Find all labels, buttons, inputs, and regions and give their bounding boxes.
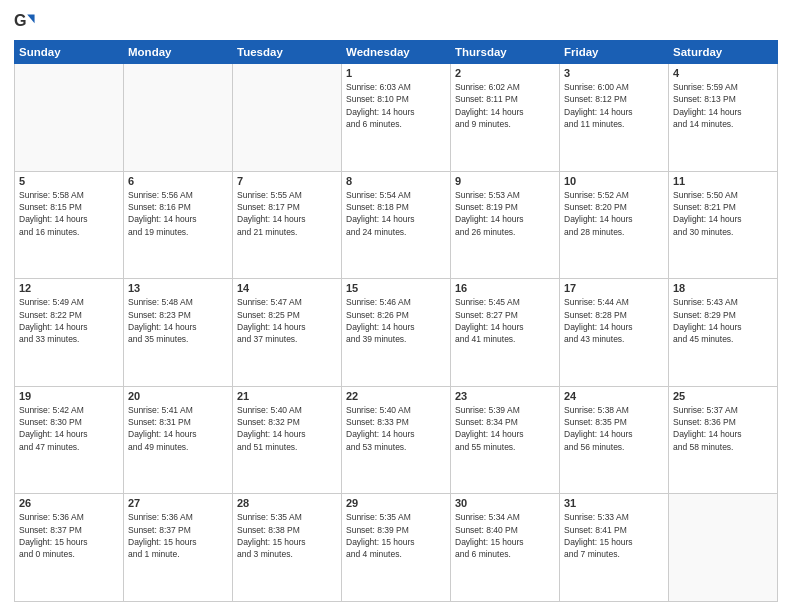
day-number: 25	[673, 390, 773, 402]
calendar-day-cell	[233, 64, 342, 172]
day-info: Sunrise: 5:49 AM Sunset: 8:22 PM Dayligh…	[19, 296, 119, 345]
calendar-day-cell: 12Sunrise: 5:49 AM Sunset: 8:22 PM Dayli…	[15, 279, 124, 387]
day-info: Sunrise: 5:36 AM Sunset: 8:37 PM Dayligh…	[19, 511, 119, 560]
calendar-week-row: 19Sunrise: 5:42 AM Sunset: 8:30 PM Dayli…	[15, 386, 778, 494]
calendar-week-row: 5Sunrise: 5:58 AM Sunset: 8:15 PM Daylig…	[15, 171, 778, 279]
logo-area: G	[14, 10, 40, 32]
day-number: 13	[128, 282, 228, 294]
day-number: 15	[346, 282, 446, 294]
calendar-day-cell: 16Sunrise: 5:45 AM Sunset: 8:27 PM Dayli…	[451, 279, 560, 387]
day-info: Sunrise: 5:50 AM Sunset: 8:21 PM Dayligh…	[673, 189, 773, 238]
day-info: Sunrise: 5:38 AM Sunset: 8:35 PM Dayligh…	[564, 404, 664, 453]
calendar-table: SundayMondayTuesdayWednesdayThursdayFrid…	[14, 40, 778, 602]
day-info: Sunrise: 5:52 AM Sunset: 8:20 PM Dayligh…	[564, 189, 664, 238]
calendar-day-cell	[15, 64, 124, 172]
calendar-day-cell: 17Sunrise: 5:44 AM Sunset: 8:28 PM Dayli…	[560, 279, 669, 387]
day-info: Sunrise: 5:53 AM Sunset: 8:19 PM Dayligh…	[455, 189, 555, 238]
calendar-day-cell: 13Sunrise: 5:48 AM Sunset: 8:23 PM Dayli…	[124, 279, 233, 387]
svg-marker-1	[27, 14, 34, 23]
day-info: Sunrise: 5:39 AM Sunset: 8:34 PM Dayligh…	[455, 404, 555, 453]
day-number: 28	[237, 497, 337, 509]
day-number: 31	[564, 497, 664, 509]
day-info: Sunrise: 5:41 AM Sunset: 8:31 PM Dayligh…	[128, 404, 228, 453]
calendar-day-cell: 14Sunrise: 5:47 AM Sunset: 8:25 PM Dayli…	[233, 279, 342, 387]
calendar-day-cell: 23Sunrise: 5:39 AM Sunset: 8:34 PM Dayli…	[451, 386, 560, 494]
calendar-day-cell: 7Sunrise: 5:55 AM Sunset: 8:17 PM Daylig…	[233, 171, 342, 279]
calendar-day-cell: 1Sunrise: 6:03 AM Sunset: 8:10 PM Daylig…	[342, 64, 451, 172]
calendar-day-cell: 25Sunrise: 5:37 AM Sunset: 8:36 PM Dayli…	[669, 386, 778, 494]
day-info: Sunrise: 5:48 AM Sunset: 8:23 PM Dayligh…	[128, 296, 228, 345]
day-number: 30	[455, 497, 555, 509]
calendar-day-cell: 4Sunrise: 5:59 AM Sunset: 8:13 PM Daylig…	[669, 64, 778, 172]
calendar-day-header: Tuesday	[233, 41, 342, 64]
day-info: Sunrise: 5:34 AM Sunset: 8:40 PM Dayligh…	[455, 511, 555, 560]
day-number: 23	[455, 390, 555, 402]
calendar-day-cell: 19Sunrise: 5:42 AM Sunset: 8:30 PM Dayli…	[15, 386, 124, 494]
calendar-day-cell: 22Sunrise: 5:40 AM Sunset: 8:33 PM Dayli…	[342, 386, 451, 494]
calendar-day-header: Wednesday	[342, 41, 451, 64]
calendar-day-header: Thursday	[451, 41, 560, 64]
day-info: Sunrise: 5:54 AM Sunset: 8:18 PM Dayligh…	[346, 189, 446, 238]
day-number: 12	[19, 282, 119, 294]
day-info: Sunrise: 5:44 AM Sunset: 8:28 PM Dayligh…	[564, 296, 664, 345]
calendar-day-cell: 3Sunrise: 6:00 AM Sunset: 8:12 PM Daylig…	[560, 64, 669, 172]
svg-text:G: G	[14, 11, 27, 29]
day-info: Sunrise: 5:40 AM Sunset: 8:33 PM Dayligh…	[346, 404, 446, 453]
day-info: Sunrise: 6:03 AM Sunset: 8:10 PM Dayligh…	[346, 81, 446, 130]
day-number: 6	[128, 175, 228, 187]
day-number: 16	[455, 282, 555, 294]
day-number: 7	[237, 175, 337, 187]
calendar-day-cell: 18Sunrise: 5:43 AM Sunset: 8:29 PM Dayli…	[669, 279, 778, 387]
day-number: 4	[673, 67, 773, 79]
calendar-day-cell: 27Sunrise: 5:36 AM Sunset: 8:37 PM Dayli…	[124, 494, 233, 602]
day-info: Sunrise: 5:55 AM Sunset: 8:17 PM Dayligh…	[237, 189, 337, 238]
day-number: 9	[455, 175, 555, 187]
day-number: 2	[455, 67, 555, 79]
logo: G	[14, 10, 40, 32]
day-info: Sunrise: 5:35 AM Sunset: 8:38 PM Dayligh…	[237, 511, 337, 560]
day-number: 18	[673, 282, 773, 294]
header: G	[14, 10, 778, 32]
calendar-day-cell	[669, 494, 778, 602]
day-info: Sunrise: 5:33 AM Sunset: 8:41 PM Dayligh…	[564, 511, 664, 560]
calendar-day-cell: 6Sunrise: 5:56 AM Sunset: 8:16 PM Daylig…	[124, 171, 233, 279]
calendar-day-cell: 8Sunrise: 5:54 AM Sunset: 8:18 PM Daylig…	[342, 171, 451, 279]
day-number: 11	[673, 175, 773, 187]
day-info: Sunrise: 5:36 AM Sunset: 8:37 PM Dayligh…	[128, 511, 228, 560]
calendar-week-row: 12Sunrise: 5:49 AM Sunset: 8:22 PM Dayli…	[15, 279, 778, 387]
calendar-day-cell: 30Sunrise: 5:34 AM Sunset: 8:40 PM Dayli…	[451, 494, 560, 602]
day-number: 27	[128, 497, 228, 509]
calendar-day-header: Monday	[124, 41, 233, 64]
day-info: Sunrise: 5:45 AM Sunset: 8:27 PM Dayligh…	[455, 296, 555, 345]
day-info: Sunrise: 5:47 AM Sunset: 8:25 PM Dayligh…	[237, 296, 337, 345]
calendar-day-cell: 24Sunrise: 5:38 AM Sunset: 8:35 PM Dayli…	[560, 386, 669, 494]
day-number: 22	[346, 390, 446, 402]
calendar-day-cell: 20Sunrise: 5:41 AM Sunset: 8:31 PM Dayli…	[124, 386, 233, 494]
calendar-day-cell: 15Sunrise: 5:46 AM Sunset: 8:26 PM Dayli…	[342, 279, 451, 387]
calendar-day-cell: 29Sunrise: 5:35 AM Sunset: 8:39 PM Dayli…	[342, 494, 451, 602]
day-number: 14	[237, 282, 337, 294]
calendar-day-cell: 26Sunrise: 5:36 AM Sunset: 8:37 PM Dayli…	[15, 494, 124, 602]
logo-icon: G	[14, 10, 36, 32]
day-number: 8	[346, 175, 446, 187]
day-info: Sunrise: 6:02 AM Sunset: 8:11 PM Dayligh…	[455, 81, 555, 130]
calendar-day-cell: 21Sunrise: 5:40 AM Sunset: 8:32 PM Dayli…	[233, 386, 342, 494]
calendar-week-row: 26Sunrise: 5:36 AM Sunset: 8:37 PM Dayli…	[15, 494, 778, 602]
calendar-day-cell: 31Sunrise: 5:33 AM Sunset: 8:41 PM Dayli…	[560, 494, 669, 602]
calendar-day-header: Sunday	[15, 41, 124, 64]
day-number: 29	[346, 497, 446, 509]
calendar-day-header: Saturday	[669, 41, 778, 64]
day-info: Sunrise: 5:58 AM Sunset: 8:15 PM Dayligh…	[19, 189, 119, 238]
calendar-day-cell	[124, 64, 233, 172]
day-info: Sunrise: 5:59 AM Sunset: 8:13 PM Dayligh…	[673, 81, 773, 130]
calendar-day-cell: 5Sunrise: 5:58 AM Sunset: 8:15 PM Daylig…	[15, 171, 124, 279]
day-number: 10	[564, 175, 664, 187]
day-number: 5	[19, 175, 119, 187]
day-number: 24	[564, 390, 664, 402]
day-info: Sunrise: 5:56 AM Sunset: 8:16 PM Dayligh…	[128, 189, 228, 238]
day-number: 3	[564, 67, 664, 79]
calendar-day-cell: 2Sunrise: 6:02 AM Sunset: 8:11 PM Daylig…	[451, 64, 560, 172]
calendar-week-row: 1Sunrise: 6:03 AM Sunset: 8:10 PM Daylig…	[15, 64, 778, 172]
day-info: Sunrise: 5:40 AM Sunset: 8:32 PM Dayligh…	[237, 404, 337, 453]
calendar-day-cell: 28Sunrise: 5:35 AM Sunset: 8:38 PM Dayli…	[233, 494, 342, 602]
